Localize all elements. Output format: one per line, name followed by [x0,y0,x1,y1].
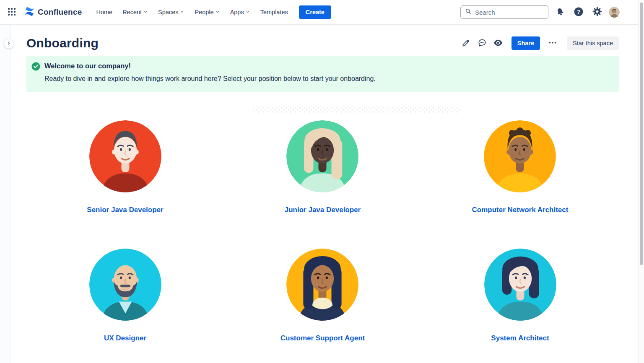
role-avatar-illustration [286,120,358,192]
role-card-junior-java-developer[interactable]: Junior Java Developer [285,120,361,214]
role-card-computer-network-architect[interactable]: Computer Network Architect [472,120,569,214]
role-card-customer-support-agent[interactable]: Customer Support Agent [280,249,365,342]
welcome-banner: Welcome to our company! Ready to dive in… [26,56,619,92]
chevron-down-icon [245,9,250,16]
more-actions-button[interactable] [546,36,559,50]
page-header: Onboarding [26,25,619,50]
app-switcher-button[interactable] [5,5,18,19]
product-name: Confluence [38,8,82,17]
settings-button[interactable] [590,5,604,19]
nav-item-people[interactable]: People [191,6,223,18]
nav-item-home[interactable]: Home [93,6,116,18]
share-button[interactable]: Share [512,36,540,50]
user-avatar[interactable] [609,7,620,18]
scrollbar-thumb[interactable] [640,3,643,265]
confluence-logo[interactable]: Confluence [24,6,82,18]
comment-icon [478,38,487,49]
pencil-icon [462,38,471,49]
page-body: Onboarding [0,25,644,363]
role-link[interactable]: Senior Java Developer [87,206,163,214]
create-button[interactable]: Create [299,5,331,19]
banner-message: Ready to dive in and explore how things … [44,75,610,83]
role-link[interactable]: Junior Java Developer [285,206,361,214]
watch-button[interactable] [491,36,505,50]
question-mark-icon: ? [574,7,584,18]
page-actions: Share Star this space [460,36,619,50]
banner-heading: Welcome to our company! [44,62,610,70]
role-link[interactable]: System Architect [491,334,549,342]
role-link[interactable]: UX Designer [104,334,146,342]
sidebar-collapsed-rail [0,25,10,363]
role-card-system-architect[interactable]: System Architect [484,249,556,342]
notifications-button[interactable] [553,5,567,19]
primary-nav: Home Recent Spaces People Apps Templates [93,6,291,18]
nav-item-apps[interactable]: Apps [227,6,254,18]
roles-grid: Senior Java Developer Junior Java Develo… [26,120,619,342]
chevron-down-icon [143,9,148,16]
role-avatar-illustration [89,120,161,192]
chevron-right-icon [6,41,11,47]
nav-item-recent[interactable]: Recent [119,6,151,18]
search-box[interactable] [460,5,548,19]
role-link[interactable]: Customer Support Agent [280,334,365,342]
star-space-button[interactable]: Star this space [567,36,619,50]
role-avatar-illustration [89,249,161,321]
chevron-down-icon [179,9,184,16]
role-avatar-illustration [484,249,556,321]
confluence-logo-icon [24,6,35,18]
gear-icon [592,7,602,18]
search-icon [465,8,472,16]
page-scrollbar[interactable] [638,0,644,363]
role-card-senior-java-developer[interactable]: Senior Java Developer [87,120,163,214]
help-button[interactable]: ? [572,5,585,19]
grid-icon [8,8,16,17]
topbar-right-controls: ? [460,5,620,19]
role-avatar-illustration [286,249,358,321]
role-card-ux-designer[interactable]: UX Designer [89,249,161,342]
search-input[interactable] [475,9,538,16]
svg-text:?: ? [577,8,580,15]
comment-button[interactable] [475,36,489,50]
eye-icon [493,38,503,49]
success-check-icon [31,62,40,73]
top-navigation-bar: Confluence Home Recent Spaces People App… [0,0,644,25]
page-title: Onboarding [26,36,99,50]
expand-sidebar-button[interactable] [4,39,14,49]
nav-item-templates[interactable]: Templates [257,6,291,18]
ellipsis-icon [548,38,557,49]
chevron-down-icon [215,9,220,16]
edit-button[interactable] [460,36,473,50]
nav-item-spaces[interactable]: Spaces [155,6,188,18]
role-avatar-illustration [484,120,556,192]
bell-icon [556,7,565,18]
role-link[interactable]: Computer Network Architect [472,206,569,214]
